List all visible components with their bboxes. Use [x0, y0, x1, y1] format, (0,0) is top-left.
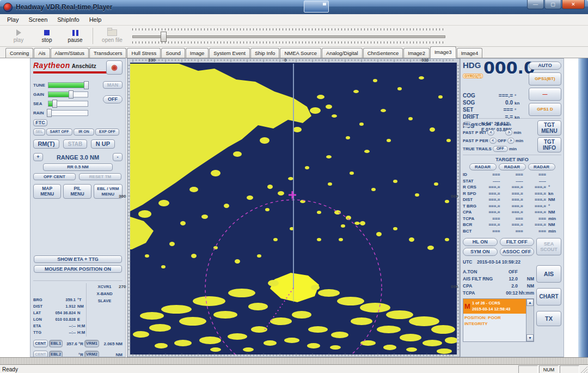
- past-per-increase-button[interactable]: >: [507, 138, 514, 144]
- tab-ais[interactable]: Ais: [34, 48, 50, 58]
- tx-button[interactable]: TX: [536, 311, 561, 326]
- tab-image3[interactable]: Image3: [430, 46, 456, 58]
- mouse-park-button[interactable]: MOUSE PARK POSITION ON: [34, 265, 122, 273]
- chart-button[interactable]: CHART: [536, 288, 561, 305]
- pause-button[interactable]: pause: [61, 26, 89, 46]
- open-file-button[interactable]: open file: [96, 26, 128, 46]
- tab-conning[interactable]: Conning: [5, 48, 33, 58]
- radar-echo: [273, 238, 278, 241]
- minimize-button[interactable]: —: [527, 0, 544, 9]
- range-plus-button[interactable]: +: [33, 153, 43, 161]
- timeline-slider[interactable]: [132, 28, 445, 44]
- past-per-decrease-button[interactable]: <: [489, 138, 497, 144]
- radar-echo: [341, 224, 345, 228]
- map-menu-button[interactable]: MAP MENU: [33, 184, 61, 199]
- hl-on-button[interactable]: HL ON: [463, 238, 498, 246]
- alarm-list[interactable]: M 1 of 26 - CCRS 2015-03-14 12:58:43 POS…: [463, 298, 534, 342]
- scroll-up-icon[interactable]: ▲: [526, 299, 534, 306]
- gps1-bt-button[interactable]: GPS1(BT): [529, 72, 561, 85]
- assoc-off-button[interactable]: ASSOC OFF: [500, 248, 535, 256]
- close-button[interactable]: ✕: [562, 0, 585, 9]
- rm-t-button[interactable]: RM(T): [33, 139, 59, 149]
- sea-thumb[interactable]: [52, 100, 57, 108]
- tab-system-event[interactable]: System Event: [209, 48, 250, 58]
- gps1-d-button[interactable]: GPS1 D: [529, 103, 561, 116]
- tgt-menu-button[interactable]: TGT MENU: [537, 120, 561, 136]
- tab-image2[interactable]: Image2: [403, 48, 430, 58]
- stop-button[interactable]: stop: [33, 26, 61, 46]
- slider-thumb[interactable]: [161, 32, 167, 42]
- tab-ship-info[interactable]: Ship Info: [250, 48, 280, 58]
- horizontal-scrollbar[interactable]: [0, 357, 588, 365]
- range-rings-button[interactable]: RR 0.5 NM: [43, 163, 113, 171]
- resize-grip[interactable]: [580, 366, 587, 373]
- ir-on-button[interactable]: IR ON: [74, 129, 94, 136]
- n-up-button[interactable]: N UP: [91, 139, 115, 149]
- reset-tm-button[interactable]: RESET TM: [79, 173, 121, 180]
- tab-hull-stress[interactable]: Hull Stress: [127, 48, 161, 58]
- alarm-scrollbar[interactable]: ▲ ▼: [526, 299, 534, 341]
- auto-button[interactable]: AUTO: [529, 62, 561, 70]
- off-cent-button[interactable]: OFF CENT: [33, 173, 76, 180]
- off-button[interactable]: OFF: [103, 95, 122, 103]
- radar-source-button-1[interactable]: RADAR: [469, 163, 497, 170]
- dash-button[interactable]: —: [529, 88, 561, 101]
- vrm2-button[interactable]: VRM2: [84, 351, 99, 357]
- man-button[interactable]: MAN: [103, 81, 122, 89]
- true-trails-off-button[interactable]: OFF: [493, 146, 508, 152]
- gain-slider[interactable]: [48, 91, 88, 97]
- tab-transducers[interactable]: Transducers: [89, 48, 126, 58]
- menu-help[interactable]: Help: [84, 15, 107, 24]
- sea-scout-button[interactable]: SEA SCOUT: [536, 238, 561, 255]
- sea-slider[interactable]: [48, 101, 88, 107]
- tab-alarm-status[interactable]: Alarm/Status: [51, 48, 89, 58]
- show-eta-ttg-button[interactable]: SHOW ETA + TTG: [34, 255, 122, 263]
- filt-off-button[interactable]: FILT OFF: [500, 238, 535, 246]
- menu-play[interactable]: Play: [2, 15, 23, 24]
- pil-menu-button[interactable]: PIL MENU: [63, 184, 91, 199]
- ebl1-button[interactable]: EBL1: [49, 340, 63, 347]
- gain-thumb[interactable]: [69, 90, 74, 99]
- sart-off-button[interactable]: SART OFF: [46, 129, 72, 136]
- radar-echo: [270, 317, 292, 325]
- tab-chnsentence[interactable]: ChnSentence: [363, 48, 403, 58]
- tab-image4[interactable]: Image4: [457, 48, 483, 58]
- tab-analog-digital[interactable]: Analog/Digital: [322, 48, 363, 58]
- sym-on-button[interactable]: SYM ON: [463, 248, 498, 256]
- ftc-button[interactable]: FTC: [33, 119, 47, 126]
- title-bar[interactable]: Headway VDR Real-time Player — ▢ ✕: [0, 0, 588, 14]
- alarm-selected-item[interactable]: M 1 of 26 - CCRS 2015-03-14 12:58:43: [463, 299, 526, 314]
- slider-track[interactable]: [132, 35, 445, 38]
- radar-display[interactable]: 3300030300270060090: [127, 58, 460, 357]
- menu-shipinfo[interactable]: ShipInfo: [52, 15, 84, 24]
- sel-button[interactable]: SEL: [33, 129, 45, 136]
- cent-button-1[interactable]: CENT: [33, 340, 48, 347]
- rain-slider[interactable]: [48, 110, 88, 116]
- brand-logo-button[interactable]: ◉: [106, 60, 122, 75]
- menu-screen[interactable]: Screen: [23, 15, 52, 24]
- hdg-digits: 000.0: [483, 58, 535, 77]
- tab-nmea-source[interactable]: NMEA Source: [280, 48, 321, 58]
- scroll-down-icon[interactable]: ▼: [526, 334, 534, 341]
- rain-thumb[interactable]: [47, 109, 52, 117]
- cent-button-2[interactable]: CENT: [33, 351, 48, 357]
- ebl2-button[interactable]: EBL2: [49, 351, 63, 357]
- ebl-vrm-menu-button[interactable]: EBL / VRM MENU: [94, 184, 122, 199]
- tab-image[interactable]: Image: [186, 48, 209, 58]
- tune-thumb[interactable]: [84, 81, 89, 89]
- ais-button[interactable]: AIS: [536, 265, 561, 283]
- tune-slider[interactable]: [48, 82, 88, 88]
- tab-sound[interactable]: Sound: [161, 48, 185, 58]
- maximize-button[interactable]: ▢: [544, 0, 561, 9]
- vrm1-button[interactable]: VRM1: [84, 340, 99, 347]
- play-button[interactable]: play: [4, 26, 33, 46]
- radar-source-button-2[interactable]: RADAR: [499, 163, 526, 170]
- range-minus-button[interactable]: -: [113, 153, 122, 161]
- tgt-info-button[interactable]: TGT INFO: [537, 137, 561, 152]
- rel-button[interactable]: REL: [463, 121, 471, 127]
- stab-button[interactable]: STAB: [63, 139, 87, 149]
- past-int-decrease-button[interactable]: <: [487, 130, 494, 136]
- radar-source-button-3[interactable]: RADAR: [528, 163, 555, 170]
- exp-off-button[interactable]: EXP OFF: [95, 129, 119, 136]
- past-int-increase-button[interactable]: >: [505, 130, 512, 136]
